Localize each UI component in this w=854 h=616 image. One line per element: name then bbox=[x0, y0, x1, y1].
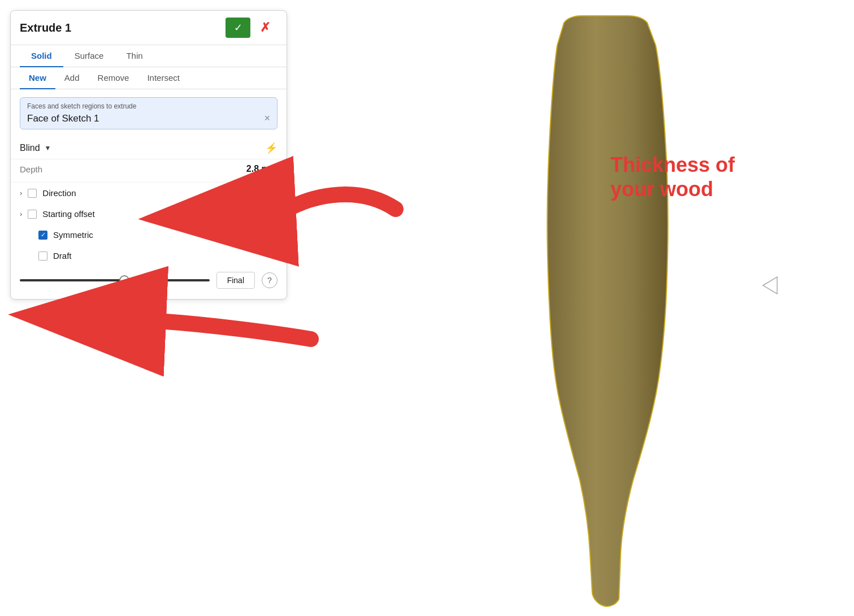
starting-offset-checkbox[interactable] bbox=[28, 210, 37, 219]
tab-intersect[interactable]: Intersect bbox=[138, 67, 189, 89]
depth-label: Depth bbox=[20, 164, 42, 174]
final-button[interactable]: Final bbox=[216, 272, 255, 289]
tab-add[interactable]: Add bbox=[55, 67, 89, 89]
face-value: Face of Sketch 1 bbox=[27, 113, 99, 124]
tab-thin[interactable]: Thin bbox=[115, 45, 154, 67]
dropdown-arrow-icon: ▼ bbox=[45, 144, 51, 152]
blind-row: Blind ▼ ⚡ bbox=[11, 137, 287, 159]
direction-expand-icon[interactable]: › bbox=[20, 189, 22, 197]
wood-shape-svg bbox=[294, 0, 854, 616]
type-tabs: Solid Surface Thin bbox=[11, 45, 287, 67]
depth-value[interactable]: 2.8 mm bbox=[246, 164, 278, 174]
flip-icon[interactable]: ⚡ bbox=[265, 142, 278, 154]
slider-thumb[interactable] bbox=[119, 275, 129, 285]
depth-row: Depth 2.8 mm bbox=[11, 159, 287, 183]
confirm-button[interactable]: ✓ bbox=[226, 18, 250, 38]
direction-checkbox[interactable] bbox=[28, 189, 37, 198]
wood-shape bbox=[547, 16, 667, 606]
face-value-row: Face of Sketch 1 × bbox=[27, 112, 270, 124]
blind-label: Blind bbox=[20, 143, 40, 153]
header-buttons: ✓ ✗ bbox=[226, 18, 278, 38]
extrude-panel: Extrude 1 ✓ ✗ Solid Surface Thin New Add… bbox=[10, 10, 287, 300]
cancel-button[interactable]: ✗ bbox=[253, 18, 278, 38]
draft-row: Draft bbox=[11, 245, 287, 266]
direction-row: › Direction bbox=[11, 183, 287, 203]
starting-offset-row: › Starting offset bbox=[11, 203, 287, 224]
symmetric-row: Symmetric bbox=[11, 224, 287, 245]
panel-title: Extrude 1 bbox=[20, 21, 71, 34]
starting-offset-label: Starting offset bbox=[42, 209, 94, 219]
tab-new[interactable]: New bbox=[20, 67, 55, 89]
tab-surface[interactable]: Surface bbox=[63, 45, 115, 67]
direction-label: Direction bbox=[42, 188, 76, 198]
tab-solid[interactable]: Solid bbox=[20, 45, 63, 67]
symmetric-label: Symmetric bbox=[53, 230, 93, 240]
starting-offset-expand-icon[interactable]: › bbox=[20, 210, 22, 218]
operation-tabs: New Add Remove Intersect bbox=[11, 67, 287, 89]
slider-row: Final ? bbox=[11, 266, 287, 299]
draft-checkbox[interactable] bbox=[38, 251, 47, 261]
tab-remove[interactable]: Remove bbox=[89, 67, 138, 89]
symmetric-checkbox[interactable] bbox=[38, 231, 47, 240]
blind-dropdown[interactable]: Blind ▼ bbox=[20, 143, 51, 153]
face-selection-box[interactable]: Faces and sketch regions to extrude Face… bbox=[20, 97, 278, 129]
3d-viewport: Thickness of your wood bbox=[294, 0, 854, 616]
panel-header: Extrude 1 ✓ ✗ bbox=[11, 11, 287, 45]
draft-label: Draft bbox=[53, 251, 72, 261]
help-button[interactable]: ? bbox=[262, 272, 278, 288]
face-clear-button[interactable]: × bbox=[264, 112, 270, 124]
face-selection-label: Faces and sketch regions to extrude bbox=[27, 102, 270, 110]
nav-cube-icon bbox=[763, 277, 777, 294]
slider-track[interactable] bbox=[20, 279, 210, 281]
